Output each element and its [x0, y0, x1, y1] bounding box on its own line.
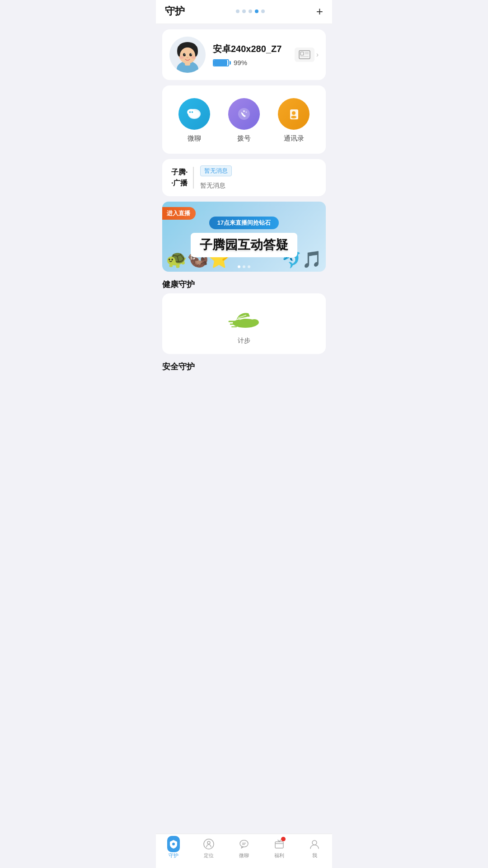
- banner-inner: 进入直播 🐢🦦⭐ 17点来直播间抢钻石 子腾园互动答疑 🐬🎵: [162, 202, 326, 272]
- svg-point-24: [187, 109, 195, 115]
- svg-point-29: [246, 112, 247, 113]
- battery-body: [213, 59, 229, 66]
- svg-point-25: [189, 111, 191, 113]
- banner-dot-2: [243, 265, 245, 268]
- contacts-label: 通讯录: [284, 134, 304, 143]
- svg-point-16: [187, 57, 189, 58]
- page-indicators: [236, 9, 265, 13]
- dot-1[interactable]: [236, 9, 239, 13]
- action-contacts[interactable]: 通讯录: [278, 98, 310, 143]
- steps-icon: [228, 305, 260, 333]
- svg-point-13: [191, 54, 192, 55]
- quick-actions-card: 微聊 拨号: [162, 85, 326, 154]
- svg-point-28: [243, 110, 245, 112]
- svg-point-26: [192, 111, 193, 113]
- weichat-icon-circle: [178, 98, 210, 130]
- action-weichat[interactable]: 微聊: [178, 98, 210, 143]
- profile-action[interactable]: ›: [295, 47, 319, 62]
- broadcast-title-line2: ·广播: [171, 178, 188, 189]
- safety-section-title: 安全守护: [162, 361, 326, 372]
- banner-card[interactable]: 进入直播 🐢🦦⭐ 17点来直播间抢钻石 子腾园互动答疑 🐬🎵: [162, 202, 326, 272]
- avatar[interactable]: [169, 37, 206, 73]
- broadcast-text: 暂无消息: [200, 182, 232, 190]
- svg-point-32: [291, 116, 296, 118]
- banner-page-dots: [238, 265, 250, 268]
- chevron-right-icon: ›: [316, 51, 319, 59]
- battery-tip: [230, 61, 231, 65]
- battery-percentage: 99%: [234, 59, 247, 66]
- broadcast-row: 子腾· ·广播 暂无消息 暂无消息: [162, 159, 326, 196]
- broadcast-title-line1: 子腾·: [171, 167, 188, 178]
- contacts-icon-circle: [278, 98, 310, 130]
- banner-subtitle: 17点来直播间抢钻石: [209, 217, 279, 229]
- battery-fill: [214, 60, 227, 66]
- svg-point-9: [180, 47, 195, 64]
- svg-point-31: [292, 111, 296, 115]
- device-name: 安卓240x280_Z7: [213, 43, 287, 55]
- dot-5[interactable]: [261, 9, 265, 13]
- banner-main-text: 子腾园互动答疑: [191, 233, 297, 257]
- quick-actions-row: 微聊 拨号: [169, 93, 319, 146]
- step-counter-item[interactable]: 计步: [171, 305, 317, 345]
- health-card: 计步: [162, 293, 326, 354]
- id-card-icon[interactable]: [295, 47, 314, 62]
- dot-4-active[interactable]: [255, 9, 258, 13]
- broadcast-badge: 暂无消息: [200, 165, 232, 176]
- dialpad-label: 拨号: [237, 134, 251, 143]
- top-navigation: 守护 +: [156, 0, 332, 24]
- profile-card: 安卓240x280_Z7 99%: [162, 29, 326, 80]
- main-content: 安卓240x280_Z7 99%: [156, 29, 332, 410]
- svg-point-15: [191, 56, 196, 59]
- profile-row: 安卓240x280_Z7 99%: [169, 37, 319, 73]
- broadcast-title: 子腾· ·广播: [171, 167, 188, 189]
- svg-point-10: [183, 53, 186, 57]
- banner-dot-1: [238, 265, 240, 268]
- svg-point-11: [189, 53, 192, 57]
- battery-icon: [213, 59, 231, 66]
- broadcast-card: 子腾· ·广播 暂无消息 暂无消息: [162, 159, 326, 196]
- dialpad-icon-circle: [228, 98, 260, 130]
- broadcast-separator: [193, 167, 194, 189]
- weichat-label: 微聊: [188, 134, 201, 143]
- svg-point-12: [185, 54, 186, 55]
- health-section-title: 健康守护: [162, 279, 326, 290]
- dot-2[interactable]: [242, 9, 246, 13]
- svg-point-34: [250, 319, 259, 326]
- broadcast-content: 暂无消息 暂无消息: [200, 165, 232, 190]
- battery-row: 99%: [213, 59, 287, 66]
- step-label: 计步: [238, 337, 250, 345]
- banner-dot-3: [248, 265, 250, 268]
- svg-point-14: [179, 56, 184, 59]
- add-button[interactable]: +: [316, 5, 323, 17]
- profile-info: 安卓240x280_Z7 99%: [213, 43, 287, 66]
- svg-rect-18: [300, 52, 304, 55]
- svg-point-27: [238, 108, 250, 120]
- banner-center-content: 17点来直播间抢钻石 子腾园互动答疑: [191, 217, 297, 257]
- dot-3[interactable]: [249, 9, 252, 13]
- action-dialpad[interactable]: 拨号: [228, 98, 260, 143]
- app-title: 守护: [165, 5, 185, 18]
